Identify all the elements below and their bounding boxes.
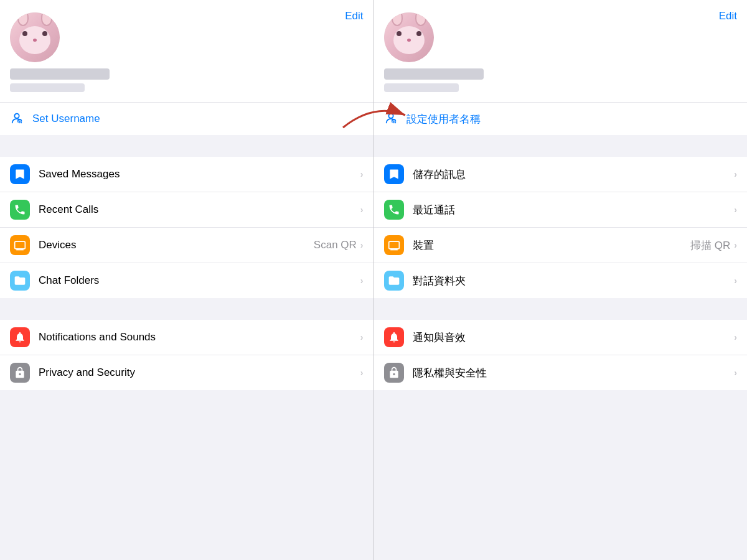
right-devices-item[interactable]: 裝置 掃描 QR › — [374, 228, 748, 263]
left-saved-messages-chevron: › — [360, 169, 364, 179]
right-bunny-nose — [407, 39, 411, 42]
left-separator-2 — [0, 298, 374, 320]
svg-point-8 — [388, 114, 393, 118]
left-privacy-item[interactable]: Privacy and Security › — [0, 355, 374, 390]
left-name-blur — [10, 68, 110, 80]
left-recent-calls-label: Recent Calls — [39, 203, 360, 216]
left-chat-folders-label: Chat Folders — [39, 274, 360, 287]
left-phone-blur — [10, 83, 85, 92]
right-menu-section-1: 儲存的訊息 › 最近通話 › 裝置 掃描 QR › — [374, 157, 748, 298]
right-saved-messages-item[interactable]: 儲存的訊息 › — [374, 157, 748, 192]
left-privacy-chevron: › — [360, 368, 364, 378]
left-username-section[interactable]: @ Set Username — [0, 102, 374, 135]
left-device-icon — [10, 235, 30, 255]
right-bunny-ear-left — [392, 12, 403, 26]
left-phone-icon — [10, 200, 30, 220]
bunny-ear-left — [17, 12, 29, 26]
left-devices-label: Devices — [39, 239, 314, 251]
bunny-ear-right — [41, 12, 52, 26]
right-separator-1 — [374, 135, 748, 157]
right-avatar-bunny — [384, 12, 434, 62]
right-name-blur — [384, 68, 484, 80]
left-notifications-chevron: › — [360, 332, 364, 342]
right-privacy-chevron: › — [734, 368, 737, 378]
left-recent-calls-chevron: › — [360, 205, 364, 215]
right-recent-calls-label: 最近通話 — [413, 203, 735, 217]
left-panel: Edit — [0, 0, 374, 560]
right-edit-button[interactable]: Edit — [719, 10, 737, 22]
left-recent-calls-item[interactable]: Recent Calls › — [0, 192, 374, 228]
left-chat-folders-chevron: › — [360, 276, 364, 286]
right-recent-calls-chevron: › — [734, 205, 737, 215]
left-lock-icon — [10, 363, 30, 383]
right-folder-icon — [384, 271, 404, 291]
right-bunny-eye-left — [397, 31, 402, 36]
left-saved-messages-label: Saved Messages — [39, 168, 360, 180]
right-chat-folders-chevron: › — [734, 276, 737, 286]
svg-rect-11 — [388, 241, 399, 249]
bunny-nose — [33, 39, 37, 42]
left-avatar-container — [10, 12, 364, 92]
right-avatar — [384, 12, 434, 62]
left-chat-folders-item[interactable]: Chat Folders › — [0, 263, 374, 298]
right-menu-section-2: 通知與音效 › 隱私權與安全性 › — [374, 320, 748, 390]
left-devices-item[interactable]: Devices Scan QR › — [0, 228, 374, 263]
right-notifications-label: 通知與音效 — [413, 330, 735, 345]
left-saved-messages-item[interactable]: Saved Messages › — [0, 157, 374, 192]
left-bookmark-icon — [10, 164, 30, 184]
right-bookmark-icon — [384, 164, 404, 184]
left-privacy-label: Privacy and Security — [39, 366, 360, 379]
right-panel: Edit — [374, 0, 748, 560]
left-username-text: Set Username — [32, 113, 100, 125]
left-devices-chevron: › — [360, 240, 364, 250]
right-profile-section: Edit — [374, 0, 748, 102]
right-saved-messages-chevron: › — [734, 169, 737, 179]
svg-text:@: @ — [17, 119, 21, 124]
main-container: Edit — [0, 0, 747, 560]
left-notification-icon — [10, 327, 30, 347]
right-privacy-item[interactable]: 隱私權與安全性 › — [374, 355, 748, 390]
bunny-eye-left — [22, 31, 27, 36]
left-folder-icon — [10, 271, 30, 291]
left-profile-section: Edit — [0, 0, 374, 102]
right-avatar-container — [384, 12, 738, 92]
right-username-section[interactable]: @ 設定使用者名稱 — [374, 102, 748, 135]
right-devices-chevron: › — [734, 240, 737, 250]
svg-rect-3 — [15, 241, 26, 249]
right-recent-calls-item[interactable]: 最近通話 › — [374, 192, 748, 228]
bunny-eye-right — [42, 31, 47, 36]
right-phone-icon — [384, 200, 404, 220]
right-bunny-eye-right — [416, 31, 421, 36]
left-notifications-label: Notifications and Sounds — [39, 331, 360, 343]
right-bunny-ear-right — [415, 12, 426, 26]
left-notifications-item[interactable]: Notifications and Sounds › — [0, 320, 374, 355]
right-saved-messages-label: 儲存的訊息 — [413, 167, 735, 182]
right-chat-folders-item[interactable]: 對話資料夾 › — [374, 263, 748, 298]
right-privacy-label: 隱私權與安全性 — [413, 366, 735, 380]
left-devices-secondary: Scan QR — [314, 239, 357, 251]
left-separator-1 — [0, 135, 374, 157]
right-lock-icon — [384, 363, 404, 383]
right-device-icon — [384, 235, 404, 255]
left-avatar-bunny — [10, 12, 60, 62]
right-notification-icon — [384, 327, 404, 347]
left-edit-button[interactable]: Edit — [345, 10, 363, 22]
left-avatar — [10, 12, 60, 62]
right-separator-2 — [374, 298, 748, 320]
right-devices-secondary: 掃描 QR — [690, 238, 730, 253]
svg-point-0 — [14, 114, 19, 118]
left-menu-section-2: Notifications and Sounds › Privacy and S… — [0, 320, 374, 390]
right-chat-folders-label: 對話資料夾 — [413, 274, 735, 288]
right-username-icon: @ — [384, 111, 399, 126]
right-notifications-item[interactable]: 通知與音效 › — [374, 320, 748, 355]
right-devices-label: 裝置 — [413, 238, 691, 253]
right-notifications-chevron: › — [734, 332, 737, 342]
left-menu-section-1: Saved Messages › Recent Calls › Devices … — [0, 157, 374, 298]
right-phone-blur — [384, 83, 459, 92]
right-username-text: 設定使用者名稱 — [406, 112, 481, 126]
svg-text:@: @ — [392, 119, 395, 124]
left-username-icon: @ — [10, 111, 25, 126]
